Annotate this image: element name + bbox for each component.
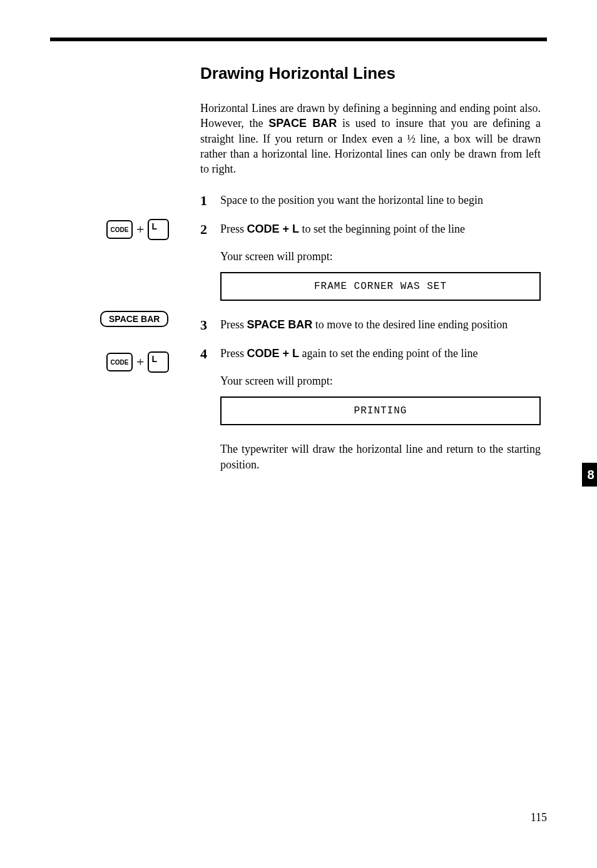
content-grid: CODE + L SPACE BAR CODE + L Drawing Hori… bbox=[50, 64, 547, 472]
section-tab: 8 bbox=[582, 463, 597, 487]
key-combo-code-l-1: CODE + L bbox=[106, 219, 169, 240]
step-number: 3 bbox=[200, 317, 220, 333]
step-pre: Press bbox=[220, 318, 247, 331]
step-text: Press CODE + L to set the beginning poin… bbox=[220, 221, 541, 238]
screen-prompt-box: PRINTING bbox=[220, 396, 541, 425]
step-text: Press CODE + L again to set the ending p… bbox=[220, 346, 541, 362]
spacebar-key-icon: SPACE BAR bbox=[100, 311, 168, 327]
top-rule bbox=[50, 38, 547, 41]
step-bold: SPACE BAR bbox=[247, 318, 313, 331]
step-3: 3 Press SPACE BAR to move to the desired… bbox=[200, 317, 541, 333]
screen-prompt-box: FRAME CORNER WAS SET bbox=[220, 272, 541, 301]
step-post: again to set the ending point of the lin… bbox=[299, 347, 477, 360]
result-text: The typewriter will draw the horizontal … bbox=[220, 442, 541, 472]
step-1: 1 Space to the position you want the hor… bbox=[200, 193, 541, 209]
page-number: 115 bbox=[531, 811, 547, 824]
prompt-intro: Your screen will prompt: bbox=[220, 250, 541, 263]
main-column: Drawing Horizontal Lines Horizontal Line… bbox=[200, 64, 547, 472]
step-text: Space to the position you want the horiz… bbox=[220, 193, 541, 209]
code-key-icon: CODE bbox=[106, 220, 133, 239]
step-number: 2 bbox=[200, 221, 220, 238]
prompt-intro: Your screen will prompt: bbox=[220, 375, 541, 388]
page-title: Drawing Horizontal Lines bbox=[200, 64, 541, 83]
l-key-icon: L bbox=[148, 219, 169, 240]
step-2: 2 Press CODE + L to set the beginning po… bbox=[200, 221, 541, 238]
l-key-icon: L bbox=[148, 351, 169, 373]
code-key-icon: CODE bbox=[106, 353, 133, 371]
step-number: 4 bbox=[200, 346, 220, 362]
step-bold: CODE + L bbox=[247, 223, 300, 235]
step-4: 4 Press CODE + L again to set the ending… bbox=[200, 346, 541, 362]
step-text: Press SPACE BAR to move to the desired l… bbox=[220, 317, 541, 333]
step-pre: Press bbox=[220, 347, 247, 360]
key-combo-code-l-2: CODE + L bbox=[106, 351, 169, 373]
intro-bold: SPACE BAR bbox=[268, 117, 337, 129]
step-post: to set the beginning point of the line bbox=[299, 223, 465, 235]
plus-icon: + bbox=[136, 354, 144, 370]
intro-paragraph: Horizontal Lines are drawn by defining a… bbox=[200, 101, 541, 176]
step-pre: Press bbox=[220, 223, 247, 235]
step-number: 1 bbox=[200, 193, 220, 209]
step-post: to move to the desired line ending posit… bbox=[312, 318, 508, 331]
steps-list: 1 Space to the position you want the hor… bbox=[200, 193, 541, 472]
plus-icon: + bbox=[136, 221, 144, 238]
left-margin-column: CODE + L SPACE BAR CODE + L bbox=[50, 64, 200, 472]
step-bold: CODE + L bbox=[247, 347, 300, 360]
key-spacebar: SPACE BAR bbox=[100, 311, 168, 327]
